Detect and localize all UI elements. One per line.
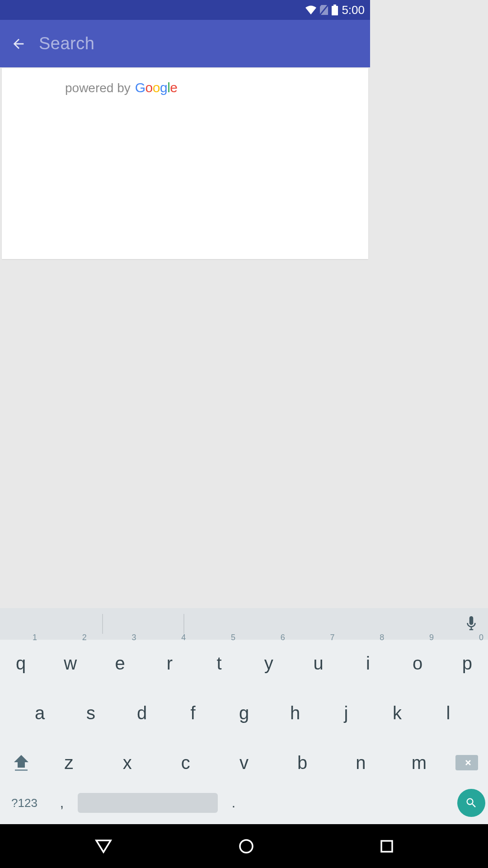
svg-rect-2 <box>333 5 336 6</box>
status-bar: 5:00 <box>0 0 370 20</box>
key-u[interactable]: u7 <box>300 645 337 658</box>
key-hint: 2 <box>82 633 87 642</box>
battery-icon <box>332 5 338 15</box>
key-e[interactable]: e3 <box>102 645 138 658</box>
suggestion-divider <box>183 614 184 634</box>
suggestion-divider <box>102 614 103 634</box>
key-hint: 5 <box>231 633 235 642</box>
status-time: 5:00 <box>342 3 365 17</box>
svg-rect-1 <box>332 6 338 15</box>
back-arrow-icon[interactable] <box>11 36 26 52</box>
key-y[interactable]: y6 <box>251 645 287 658</box>
results-card: powered by Google <box>2 68 368 259</box>
key-r[interactable]: r4 <box>151 645 188 658</box>
search-input[interactable] <box>39 34 359 53</box>
powered-by-text: powered by <box>65 81 131 95</box>
key-q[interactable]: q1 <box>3 645 39 658</box>
key-hint: 4 <box>181 633 186 642</box>
key-row-1: q1w2e3r4t5y6u7i8o9p0 <box>2 645 370 658</box>
google-logo: Google <box>135 80 178 95</box>
key-hint: 1 <box>33 633 37 642</box>
key-t[interactable]: t5 <box>201 645 237 658</box>
key-i[interactable]: i8 <box>350 645 370 658</box>
powered-by-label: powered by Google <box>65 80 354 95</box>
wifi-icon <box>305 5 316 14</box>
key-hint: 3 <box>132 633 136 642</box>
key-hint: 6 <box>281 633 285 642</box>
key-hint: 7 <box>330 633 335 642</box>
content-area: powered by Google <box>0 67 370 259</box>
soft-keyboard: q1w2e3r4t5y6u7i8o9p0 asdfghjkl zxcvbnm ?… <box>0 608 370 658</box>
key-w[interactable]: w2 <box>52 645 89 658</box>
no-sim-icon <box>320 5 328 15</box>
app-bar <box>0 20 370 67</box>
